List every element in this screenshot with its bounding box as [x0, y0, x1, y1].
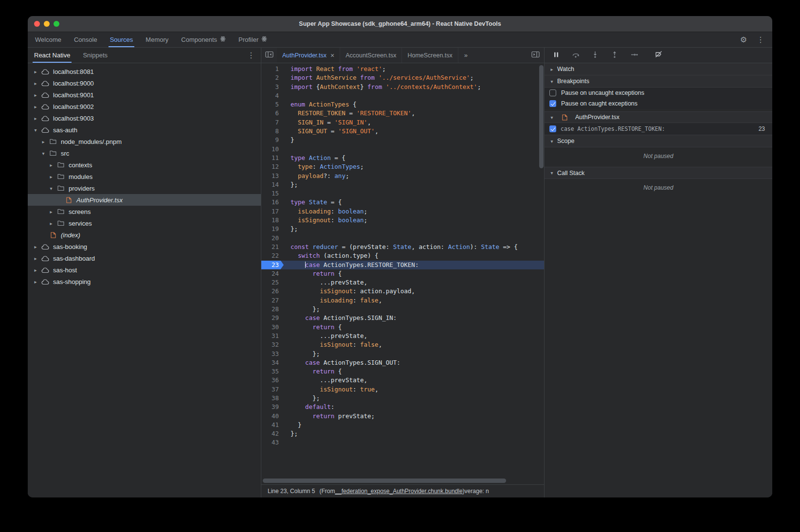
chevron-down-icon[interactable]: ▾ — [32, 127, 39, 133]
line-number[interactable]: 1 — [261, 65, 284, 73]
chevron-down-icon[interactable]: ▾ — [47, 186, 55, 191]
line-number[interactable]: 7 — [261, 118, 284, 127]
step-button[interactable] — [630, 52, 638, 59]
tree-item-contexts[interactable]: ▸contexts — [28, 159, 261, 171]
line-number[interactable]: 32 — [261, 340, 284, 349]
tree-item-services[interactable]: ▸services — [28, 217, 261, 229]
zoom-window-button[interactable] — [54, 21, 59, 27]
vertical-scrollbar[interactable] — [539, 65, 544, 168]
close-icon[interactable]: × — [330, 52, 334, 59]
tree-item-src[interactable]: ▾src — [28, 147, 261, 159]
breakpoint-group-authprovider-tsx[interactable]: ▾AuthProvider.tsx — [545, 111, 772, 123]
tree-item-localhost-8081[interactable]: ▸localhost:8081 — [28, 66, 261, 77]
line-number[interactable]: 34 — [261, 358, 284, 367]
line-number[interactable]: 25 — [261, 278, 284, 287]
checkbox-unchecked[interactable] — [549, 89, 556, 96]
line-number[interactable]: 26 — [261, 287, 284, 296]
line-number[interactable]: 18 — [261, 216, 284, 225]
tab-memory[interactable]: Memory — [139, 32, 175, 47]
editor-tab-homescreen-tsx[interactable]: HomeScreen.tsx — [402, 48, 458, 63]
checkbox-checked[interactable] — [549, 100, 556, 107]
line-number[interactable]: 13 — [261, 172, 284, 180]
line-number[interactable]: 10 — [261, 145, 284, 154]
pause-button[interactable] — [552, 52, 560, 59]
line-number[interactable]: 6 — [261, 109, 284, 118]
line-number[interactable]: 43 — [261, 438, 284, 447]
tree-item-screens[interactable]: ▸screens — [28, 206, 261, 217]
code-editor[interactable]: 1import React from 'react';2import AuthS… — [261, 63, 544, 484]
chevron-right-icon[interactable]: ▸ — [32, 92, 39, 98]
sidebar-tab-snippets[interactable]: Snippets — [76, 48, 114, 63]
tree-item-authprovider-tsx[interactable]: AuthProvider.tsx — [28, 194, 261, 206]
line-number[interactable]: 41 — [261, 421, 284, 429]
deactivate-breakpoints-button[interactable] — [655, 52, 662, 59]
line-number[interactable]: 17 — [261, 207, 284, 216]
editor-tab-authprovider-tsx[interactable]: AuthProvider.tsx× — [277, 48, 340, 63]
tree-item-sas-dashboard[interactable]: ▸sas-dashboard — [28, 252, 261, 264]
tree-item-localhost-9003[interactable]: ▸localhost:9003 — [28, 112, 261, 124]
tab-profiler[interactable]: Profiler — [232, 32, 273, 47]
tab-console[interactable]: Console — [68, 32, 104, 47]
toggle-debugger-sidebar-button[interactable] — [527, 48, 544, 63]
editor-tab-accountscreen-tsx[interactable]: AccountScreen.tsx — [340, 48, 402, 63]
breakpoints-section-header[interactable]: ▾ Breakpoints — [545, 75, 772, 88]
line-number[interactable]: 27 — [261, 296, 284, 305]
line-number[interactable]: 4 — [261, 91, 284, 100]
chevron-right-icon[interactable]: ▸ — [32, 81, 39, 86]
gear-icon[interactable]: ⚙ — [740, 36, 747, 44]
chevron-right-icon[interactable]: ▸ — [32, 69, 39, 74]
tab-welcome[interactable]: Welcome — [29, 32, 68, 47]
line-number[interactable]: 15 — [261, 189, 284, 198]
tree-item-sas-host[interactable]: ▸sas-host — [28, 264, 261, 276]
line-number[interactable]: 11 — [261, 154, 284, 162]
chevron-right-icon[interactable]: ▸ — [32, 256, 39, 261]
line-number[interactable]: 33 — [261, 350, 284, 358]
chevron-down-icon[interactable]: ▾ — [548, 79, 556, 84]
line-number[interactable]: 8 — [261, 127, 284, 136]
line-number[interactable]: 36 — [261, 376, 284, 385]
line-number[interactable]: 16 — [261, 198, 284, 207]
line-number[interactable]: 9 — [261, 136, 284, 144]
line-number[interactable]: 39 — [261, 403, 284, 411]
line-number[interactable]: 42 — [261, 429, 284, 438]
step-into-button[interactable] — [591, 52, 599, 59]
horizontal-scrollbar[interactable] — [263, 479, 506, 483]
breakpoint-option-pause-on-caught-exceptions[interactable]: Pause on caught exceptions — [545, 98, 772, 109]
line-number[interactable]: 30 — [261, 323, 284, 332]
chevron-down-icon[interactable]: ▾ — [548, 170, 556, 176]
breakpoint-marker[interactable]: 23 — [261, 261, 284, 269]
sidebar-tab-react-native[interactable]: React Native — [28, 48, 76, 63]
tree-item-node-modules-pnpm[interactable]: ▸node_modules/.pnpm — [28, 136, 261, 147]
watch-section-header[interactable]: ▸ Watch — [545, 63, 772, 75]
overflow-menu-icon[interactable]: ⋮ — [757, 36, 764, 44]
chevron-right-icon[interactable]: ▸ — [548, 67, 556, 72]
tree-item-modules[interactable]: ▸modules — [28, 171, 261, 182]
breakpoint-entry[interactable]: case ActionTypes.RESTORE_TOKEN:23 — [545, 123, 772, 135]
line-number[interactable]: 3 — [261, 83, 284, 91]
more-tabs-button[interactable]: » — [458, 48, 473, 63]
chevron-right-icon[interactable]: ▸ — [47, 221, 55, 226]
line-number[interactable]: 21 — [261, 243, 284, 251]
chevron-right-icon[interactable]: ▸ — [47, 209, 55, 214]
tree-item-sas-shopping[interactable]: ▸sas-shopping — [28, 276, 261, 287]
chevron-right-icon[interactable]: ▸ — [32, 267, 39, 273]
chevron-right-icon[interactable]: ▸ — [32, 104, 39, 109]
line-number[interactable]: 24 — [261, 269, 284, 278]
chevron-down-icon[interactable]: ▾ — [548, 115, 556, 120]
line-number[interactable]: 31 — [261, 332, 284, 340]
line-number[interactable]: 40 — [261, 412, 284, 421]
line-number[interactable]: 5 — [261, 100, 284, 109]
close-window-button[interactable] — [34, 21, 40, 27]
checkbox-checked[interactable] — [549, 125, 556, 132]
tree-item-sas-booking[interactable]: ▸sas-booking — [28, 241, 261, 252]
line-number[interactable]: 29 — [261, 314, 284, 322]
source-bundle-link[interactable]: __federation_expose_AuthProvider.chunk.b… — [335, 488, 462, 495]
chevron-right-icon[interactable]: ▸ — [39, 139, 47, 144]
chevron-right-icon[interactable]: ▸ — [47, 162, 55, 168]
tree-item-localhost-9001[interactable]: ▸localhost:9001 — [28, 89, 261, 101]
line-number[interactable]: 22 — [261, 251, 284, 260]
line-number[interactable]: 35 — [261, 367, 284, 376]
line-number[interactable]: 14 — [261, 180, 284, 189]
chevron-right-icon[interactable]: ▸ — [32, 116, 39, 121]
vertical-dots-icon[interactable]: ⋮ — [247, 52, 255, 59]
